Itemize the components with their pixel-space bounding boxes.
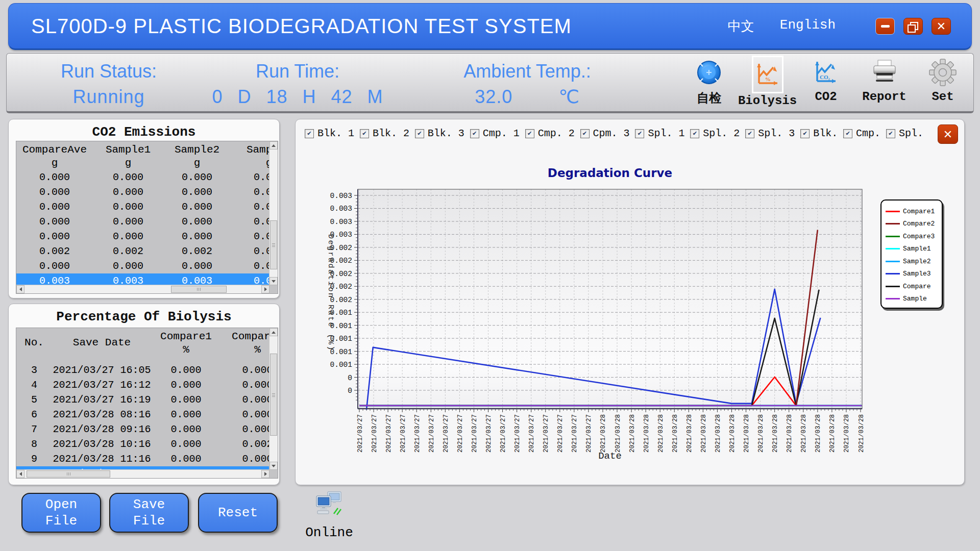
save-file-button[interactable]: Save File [109,493,189,533]
scroll-thumb[interactable] [27,470,110,478]
scroll-down-arrow[interactable] [270,462,278,470]
checkbox-icon[interactable]: ✔ [886,129,895,138]
series-checkbox[interactable]: ✔Spl. 2 [690,128,740,139]
ambient-temp-block: Ambient Temp.: 32.0℃ [420,61,634,108]
series-checkbox[interactable]: ✔Blk. 2 [360,128,409,139]
table-row[interactable]: 72021/03/28 09:160.0000.000 [16,422,270,437]
bio-vertical-scrollbar[interactable] [269,328,278,470]
table-row[interactable]: 0.0030.0030.0030.000 [16,273,270,285]
table-row[interactable]: 62021/03/28 08:160.0000.000 [16,407,270,422]
checkbox-icon[interactable]: ✔ [580,129,590,138]
column-header: Save Date [52,328,152,363]
table-row[interactable]: 92021/03/28 11:160.0000.000 [16,452,270,466]
table-row[interactable]: 0.0000.0000.0000.000 [16,185,270,199]
svg-text:2021/03/28: 2021/03/28 [829,414,836,453]
series-checkbox[interactable]: ✔Spl. 1 [635,128,684,139]
table-row[interactable]: 52021/03/27 16:190.0000.000 [16,392,270,407]
self-check-orb-icon [694,56,724,89]
scroll-thumb[interactable] [270,220,277,269]
table-cell: 2021/03/28 11:16 [52,453,152,465]
table-cell: 0.000 [220,453,270,465]
table-row[interactable]: 42021/03/27 16:120.0000.000 [16,378,270,392]
svg-text:Date: Date [598,450,622,462]
checkbox-icon[interactable]: ✔ [305,129,314,138]
title-bar: SL700D-9 PLASTIC BIODEGRADATION TEST SYS… [8,3,972,50]
checkbox-icon[interactable]: ✔ [470,129,479,138]
series-checkbox[interactable]: ✔Blk. [800,128,838,139]
checkbox-icon[interactable]: ✔ [690,129,699,138]
column-header: Sample1g [93,141,163,170]
series-checkbox[interactable]: ✔Cmp. 1 [470,128,520,139]
bio-table: No.Save DateCompare1%Compare2% 32021/03/… [16,328,278,479]
scroll-up-arrow[interactable] [270,328,278,336]
table-row[interactable]: 0.0000.0000.0000.000 [16,170,270,185]
open-file-button[interactable]: Open File [21,493,101,533]
scroll-right-arrow[interactable] [261,470,270,478]
table-cell: 0.000 [231,275,270,285]
table-cell: 0.002 [16,245,93,257]
series-checkbox[interactable]: ✔Cmp. 2 [525,128,575,139]
toolbar-item-co2[interactable]: CO₂ CO2 [798,56,853,109]
table-row[interactable]: 32021/03/27 16:050.0000.000 [16,363,270,378]
table-cell: 2021/03/28 09:16 [52,423,152,435]
table-cell: 4 [16,379,52,391]
toolbar-item-set[interactable]: Set [915,56,970,109]
series-checkbox[interactable]: ✔Blk. 3 [415,128,464,139]
svg-text:2021/03/27: 2021/03/27 [385,414,393,453]
svg-text:2021/03/27: 2021/03/27 [543,414,550,453]
series-checkbox[interactable]: ✔Cmp. [843,128,880,139]
checkbox-label: Blk. 1 [317,128,354,139]
scroll-thumb[interactable] [171,286,227,293]
scroll-down-arrow[interactable] [270,277,278,285]
chart-close-button[interactable]: ✕ [938,124,958,144]
svg-text:2021/03/27: 2021/03/27 [457,414,464,453]
minimize-button[interactable] [875,18,895,35]
lang-english-link[interactable]: English [780,17,836,35]
series-checkbox[interactable]: ✔Blk. 1 [305,128,354,139]
co2-horizontal-scrollbar[interactable] [16,285,270,293]
lang-chinese-link[interactable]: 中文 [728,17,754,35]
table-cell: 0.000 [231,260,270,272]
scroll-left-arrow[interactable] [16,470,24,478]
table-row[interactable]: 0.0000.0000.0000.000 [16,214,270,229]
table-row[interactable]: 82021/03/28 10:160.0000.002 [16,437,270,452]
legend-line-swatch [886,261,900,262]
toolbar-item-report[interactable]: Report [857,56,912,109]
scroll-right-arrow[interactable] [261,285,270,293]
series-checkbox[interactable]: ✔Spl. 3 [745,128,795,139]
checkbox-icon[interactable]: ✔ [525,129,534,138]
restore-button[interactable] [903,18,923,35]
svg-text:2021/03/28: 2021/03/28 [629,414,636,453]
svg-text:2021/03/27: 2021/03/27 [514,414,521,453]
svg-text:2021/03/28: 2021/03/28 [700,414,707,453]
toolbar-item-selfcheck[interactable]: 自检 [681,56,737,109]
scroll-up-arrow[interactable] [270,141,278,149]
table-row[interactable]: 0.0000.0000.0000.000 [16,259,270,273]
scroll-left-arrow[interactable] [16,285,24,293]
co2-vertical-scrollbar[interactable] [269,141,278,285]
series-checkbox[interactable]: ✔Spl. [886,128,923,139]
series-checkbox-row: ✔Blk. 1✔Blk. 2✔Blk. 3✔Cmp. 1✔Cmp. 2✔Cpm.… [305,128,923,139]
table-cell: 0.000 [93,260,163,272]
checkbox-icon[interactable]: ✔ [415,129,424,138]
checkbox-icon[interactable]: ✔ [360,129,369,138]
reset-button[interactable]: Reset [198,493,278,533]
checkbox-icon[interactable]: ✔ [843,129,852,138]
bio-horizontal-scrollbar[interactable] [16,469,270,478]
table-cell: 0.003 [16,275,93,285]
close-button[interactable]: ✕ [932,18,951,35]
scroll-thumb[interactable] [270,354,277,436]
table-row[interactable]: 0.0000.0000.0000.000 [16,229,270,244]
checkbox-icon[interactable]: ✔ [635,129,644,138]
svg-text:2021/03/27: 2021/03/27 [414,414,421,453]
checkbox-icon[interactable]: ✔ [800,129,810,138]
svg-text:2021/03/28: 2021/03/28 [715,414,722,453]
restore-icon [910,22,918,30]
online-status: Online [301,491,357,540]
toolbar-item-biolysis[interactable]: % Biolysis [740,56,795,109]
table-row[interactable]: 0.0000.0000.0000.000 [16,199,270,214]
series-checkbox[interactable]: ✔Cpm. 3 [580,128,630,139]
svg-text:0: 0 [348,387,352,395]
table-row[interactable]: 0.0020.0020.0020.000 [16,244,270,259]
checkbox-icon[interactable]: ✔ [745,129,754,138]
